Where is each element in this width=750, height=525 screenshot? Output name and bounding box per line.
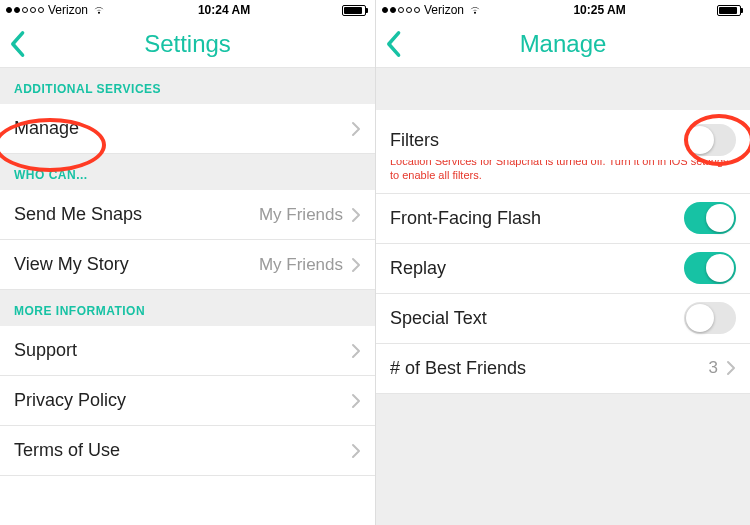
chevron-right-icon (351, 121, 361, 137)
front-facing-flash-toggle[interactable] (684, 202, 736, 234)
row-label: # of Best Friends (390, 358, 526, 379)
back-button[interactable] (384, 20, 402, 67)
status-bar: Verizon 10:25 AM (376, 0, 750, 20)
row-value: My Friends (259, 205, 343, 225)
clock-label: 10:24 AM (198, 3, 250, 17)
back-button[interactable] (8, 20, 26, 67)
section-header-who-can: WHO CAN... (0, 154, 375, 190)
battery-icon (717, 5, 741, 16)
chevron-right-icon (351, 443, 361, 459)
row-support[interactable]: Support (0, 326, 375, 376)
row-replay: Replay (376, 244, 750, 294)
row-label: Support (14, 340, 77, 361)
page-title: Settings (144, 30, 231, 58)
chevron-right-icon (351, 393, 361, 409)
row-label: Terms of Use (14, 440, 120, 461)
replay-toggle[interactable] (684, 252, 736, 284)
row-label: Special Text (390, 308, 487, 329)
status-left: Verizon (382, 3, 482, 17)
row-filters: Filters (376, 110, 750, 160)
row-terms-of-use[interactable]: Terms of Use (0, 426, 375, 476)
empty-area (376, 394, 750, 525)
signal-strength-icon (6, 7, 44, 13)
status-left: Verizon (6, 3, 106, 17)
status-right (342, 5, 369, 16)
row-label: Replay (390, 258, 446, 279)
manage-screen: Verizon 10:25 AM Manage Filters Location… (375, 0, 750, 525)
chevron-right-icon (726, 360, 736, 376)
chevron-right-icon (351, 257, 361, 273)
page-title: Manage (520, 30, 607, 58)
row-front-facing-flash: Front-Facing Flash (376, 194, 750, 244)
special-text-toggle[interactable] (684, 302, 736, 334)
row-value: My Friends (259, 255, 343, 275)
wifi-icon (468, 3, 482, 17)
carrier-label: Verizon (424, 3, 464, 17)
row-send-me-snaps[interactable]: Send Me Snaps My Friends (0, 190, 375, 240)
row-value: 3 (709, 358, 718, 378)
section-header-additional-services: ADDITIONAL SERVICES (0, 68, 375, 104)
row-label: Send Me Snaps (14, 204, 142, 225)
row-best-friends[interactable]: # of Best Friends 3 (376, 344, 750, 394)
filters-toggle[interactable] (684, 124, 736, 156)
row-special-text: Special Text (376, 294, 750, 344)
carrier-label: Verizon (48, 3, 88, 17)
chevron-right-icon (351, 207, 361, 223)
row-privacy-policy[interactable]: Privacy Policy (0, 376, 375, 426)
row-label: View My Story (14, 254, 129, 275)
row-view-my-story[interactable]: View My Story My Friends (0, 240, 375, 290)
signal-strength-icon (382, 7, 420, 13)
chevron-right-icon (351, 343, 361, 359)
settings-screen: Verizon 10:24 AM Settings ADDITIONAL SER… (0, 0, 375, 525)
battery-icon (342, 5, 366, 16)
nav-bar: Settings (0, 20, 375, 68)
clock-label: 10:25 AM (573, 3, 625, 17)
row-label: Front-Facing Flash (390, 208, 541, 229)
row-label: Manage (14, 118, 79, 139)
status-bar: Verizon 10:24 AM (0, 0, 375, 20)
row-label: Filters (390, 130, 439, 151)
row-manage[interactable]: Manage (0, 104, 375, 154)
status-right (717, 5, 744, 16)
wifi-icon (92, 3, 106, 17)
section-header-more-information: MORE INFORMATION (0, 290, 375, 326)
header-spacer (376, 68, 750, 110)
nav-bar: Manage (376, 20, 750, 68)
row-label: Privacy Policy (14, 390, 126, 411)
